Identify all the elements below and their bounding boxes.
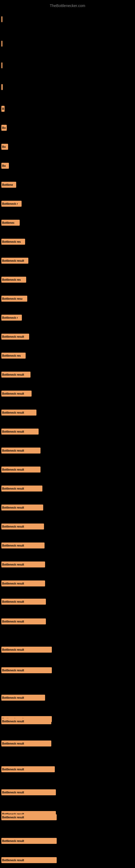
bar-label: Bottleneck result bbox=[2, 487, 24, 490]
bar-label: Bottleneck result bbox=[2, 696, 24, 699]
bar-label: Bottleneck result bbox=[2, 791, 24, 794]
bar-row: Bottleneck result bbox=[1, 447, 41, 454]
bar-label: Bottleneck result bbox=[2, 816, 24, 819]
bar-row: Bottleneck res bbox=[1, 277, 26, 283]
bar-row: Bottleneck result bbox=[1, 524, 44, 529]
bar-row: Bottleneck result bbox=[1, 741, 51, 746]
bar-row: Bottlene bbox=[1, 182, 16, 188]
bar-row: Bottleneck result bbox=[1, 410, 37, 415]
bar-label: Bottleneck result bbox=[2, 411, 24, 414]
bar-label: Bottleneck result bbox=[2, 648, 24, 651]
bar-row: Bottleneck result bbox=[1, 467, 41, 472]
bar-row: Bottleneck result bbox=[1, 258, 28, 264]
bar-label: Bottleneck result bbox=[2, 392, 24, 395]
bar-label: Bottleneck r bbox=[2, 203, 18, 205]
bar-label: Bottleneck result bbox=[2, 335, 24, 338]
bar-label: Bottleneck result bbox=[2, 449, 24, 452]
bar-label: Bottleneck r bbox=[2, 316, 18, 319]
bar-label: Bottleneck result bbox=[2, 506, 24, 509]
bar-row bbox=[1, 84, 3, 90]
bar-row: Bottleneck r bbox=[1, 315, 22, 321]
bar-row: Bottleneck result bbox=[1, 766, 55, 772]
bar-row bbox=[1, 41, 2, 46]
bar-row: Bottleneck res bbox=[1, 239, 25, 245]
bar-row: Bottleneck result bbox=[1, 667, 52, 673]
bar-label: Bottlene bbox=[2, 183, 13, 186]
bar-label: Bottleneck res bbox=[2, 278, 21, 281]
bar-row: Bottleneck result bbox=[1, 857, 57, 863]
bar-label: Bottleneck result bbox=[2, 669, 24, 672]
bar-label: Bottleneck result bbox=[2, 563, 24, 566]
bar-label: Bottleneck result bbox=[2, 720, 24, 723]
bar-label: B bbox=[2, 107, 4, 111]
bar-row: Bottleneck result bbox=[1, 618, 46, 624]
bar-row: Bottleneck result bbox=[1, 718, 51, 724]
bar-label: Bottleneck result bbox=[2, 859, 24, 862]
bar-label: Bottleneck result bbox=[2, 582, 24, 585]
bar-row: Bottleneck result bbox=[1, 838, 57, 844]
bar-label: Bottleneck res bbox=[2, 240, 21, 243]
bar-row: Bottleneck result bbox=[1, 334, 29, 340]
bar-row: Bottleneck result bbox=[1, 647, 52, 653]
bar-label: Bottleneck result bbox=[2, 373, 24, 376]
bar-label: Bottleneck result bbox=[2, 544, 24, 547]
bar-label: Bo bbox=[2, 126, 6, 129]
bar-row: Bottlenec bbox=[1, 220, 20, 226]
bars-container: BBoBoBoBottleneBottleneck rBottlenecBott… bbox=[0, 8, 135, 868]
bar-row: Bottleneck result bbox=[1, 695, 45, 701]
bar-row: Bottleneck result bbox=[1, 789, 56, 795]
bar-row: Bottleneck res bbox=[1, 352, 26, 359]
bar-label: Bottleneck result bbox=[2, 742, 24, 745]
bar-row: Bottleneck result bbox=[1, 599, 46, 604]
bar-label: Bo bbox=[2, 145, 6, 148]
bar-label: Bottleneck result bbox=[2, 620, 24, 623]
bar-row: Bottleneck result bbox=[1, 486, 42, 492]
bar-row: Bottleneck result bbox=[1, 429, 39, 435]
bar-row: B bbox=[1, 106, 5, 112]
bar-row: Bo bbox=[1, 144, 8, 150]
bar-label: Bo bbox=[2, 164, 6, 167]
bar-label: Bottleneck res bbox=[2, 354, 21, 357]
bar-row: Bottleneck resu bbox=[1, 296, 27, 302]
bar-row: Bottleneck result bbox=[1, 504, 43, 510]
bar-label: Bottleneck result bbox=[2, 839, 24, 842]
bar-row: Bottleneck result bbox=[1, 391, 32, 397]
bar-row: Bottleneck result bbox=[1, 581, 45, 586]
bar-row: Bottleneck r bbox=[1, 201, 21, 207]
bar-label: Bottleneck result bbox=[2, 768, 24, 771]
bar-label: Bottleneck result bbox=[2, 259, 24, 262]
bar-row: Bo bbox=[1, 125, 7, 131]
bar-row: Bottleneck result bbox=[1, 561, 45, 567]
bar-label: Bottleneck result bbox=[2, 468, 24, 471]
bar-row: Bo bbox=[1, 163, 9, 169]
bar-label: Bottleneck result bbox=[2, 600, 24, 603]
bar-label: Bottlenec bbox=[2, 221, 14, 224]
bar-label: Bottleneck result bbox=[2, 525, 24, 528]
bar-row: Bottleneck result bbox=[1, 814, 57, 820]
bar-row bbox=[1, 16, 2, 22]
bar-row bbox=[1, 62, 2, 68]
bar-label: Bottleneck result bbox=[2, 430, 24, 433]
bar-row: Bottleneck result bbox=[1, 542, 45, 549]
bar-row: Bottleneck result bbox=[1, 372, 31, 378]
bar-label: Bottleneck resu bbox=[2, 297, 22, 300]
